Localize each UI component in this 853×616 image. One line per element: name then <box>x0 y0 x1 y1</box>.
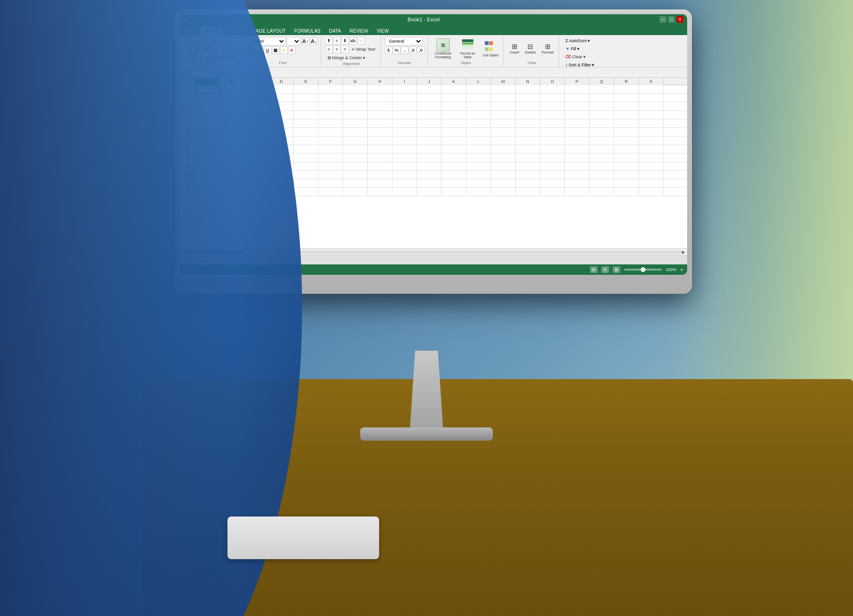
cell-Q12[interactable] <box>590 179 614 188</box>
col-header-e[interactable]: E <box>294 78 318 85</box>
cell-H6[interactable] <box>368 128 392 136</box>
cell-F1[interactable] <box>318 85 343 94</box>
zoom-in-btn[interactable]: + <box>681 267 683 272</box>
cell-F11[interactable] <box>318 171 343 179</box>
col-header-i[interactable]: I <box>392 78 417 85</box>
cell-P4[interactable] <box>565 111 590 119</box>
cell-N5[interactable] <box>516 119 540 128</box>
cell-N11[interactable] <box>516 171 540 179</box>
cell-O5[interactable] <box>540 119 565 128</box>
cell-K11[interactable] <box>442 171 466 179</box>
cell-M9[interactable] <box>491 154 516 162</box>
cell-J1[interactable] <box>417 85 442 94</box>
cell-G10[interactable] <box>343 162 368 171</box>
format-as-table-button[interactable]: Format as Table <box>456 37 479 60</box>
cell-S1[interactable] <box>639 85 663 94</box>
cell-E1[interactable] <box>294 85 318 94</box>
cell-I10[interactable] <box>392 162 417 171</box>
align-top-button[interactable]: ⬆ <box>325 37 333 45</box>
col-header-g[interactable]: G <box>343 78 368 85</box>
cell-M3[interactable] <box>491 102 516 111</box>
cell-F3[interactable] <box>318 102 343 111</box>
cell-S8[interactable] <box>639 145 663 154</box>
cell-I9[interactable] <box>392 154 417 162</box>
col-header-m[interactable]: M <box>491 78 516 85</box>
cell-L11[interactable] <box>466 171 491 179</box>
cell-E10[interactable] <box>294 162 318 171</box>
cell-G9[interactable] <box>343 154 368 162</box>
formula-input[interactable] <box>228 70 684 75</box>
cell-M11[interactable] <box>491 171 516 179</box>
cell-G5[interactable] <box>343 119 368 128</box>
cell-Q9[interactable] <box>590 154 614 162</box>
cell-M6[interactable] <box>491 128 516 136</box>
cell-K2[interactable] <box>442 94 466 102</box>
cell-F4[interactable] <box>318 111 343 119</box>
cell-I2[interactable] <box>392 94 417 102</box>
cell-O6[interactable] <box>540 128 565 136</box>
cell-F9[interactable] <box>318 154 343 162</box>
close-button[interactable]: ✕ <box>677 16 683 23</box>
cell-M8[interactable] <box>491 145 516 154</box>
scroll-right-btn[interactable]: ▶ <box>682 250 685 254</box>
cell-S11[interactable] <box>639 171 663 179</box>
shrink-font-button[interactable]: A↓ <box>310 37 318 45</box>
increase-decimal-button[interactable]: .0 <box>409 46 417 54</box>
cell-I7[interactable] <box>392 136 417 145</box>
cell-L4[interactable] <box>466 111 491 119</box>
col-header-r[interactable]: R <box>614 78 639 85</box>
page-layout-view-button[interactable]: ⊟ <box>601 266 609 273</box>
font-size-select[interactable]: 11 <box>287 37 301 45</box>
cell-K7[interactable] <box>442 136 466 145</box>
cell-E7[interactable] <box>294 136 318 145</box>
cell-E4[interactable] <box>294 111 318 119</box>
cell-M1[interactable] <box>491 85 516 94</box>
cell-J5[interactable] <box>417 119 442 128</box>
cell-R10[interactable] <box>614 162 639 171</box>
cell-S5[interactable] <box>639 119 663 128</box>
cell-H1[interactable] <box>368 85 392 94</box>
cell-F10[interactable] <box>318 162 343 171</box>
cell-P8[interactable] <box>565 145 590 154</box>
cell-F8[interactable] <box>318 145 343 154</box>
cell-J4[interactable] <box>417 111 442 119</box>
cell-H10[interactable] <box>368 162 392 171</box>
cell-S13[interactable] <box>639 188 663 196</box>
cell-S6[interactable] <box>639 128 663 136</box>
cell-Q3[interactable] <box>590 102 614 111</box>
cell-E6[interactable] <box>294 128 318 136</box>
cell-Q8[interactable] <box>590 145 614 154</box>
cell-K12[interactable] <box>442 179 466 188</box>
fill-button[interactable]: ▼ Fill ▾ <box>563 45 581 53</box>
cell-P11[interactable] <box>565 171 590 179</box>
cell-S3[interactable] <box>639 102 663 111</box>
cell-O12[interactable] <box>540 179 565 188</box>
cell-O9[interactable] <box>540 154 565 162</box>
cell-Q2[interactable] <box>590 94 614 102</box>
cell-Q1[interactable] <box>590 85 614 94</box>
cell-F6[interactable] <box>318 128 343 136</box>
cell-P13[interactable] <box>565 188 590 196</box>
cell-K3[interactable] <box>442 102 466 111</box>
cell-N6[interactable] <box>516 128 540 136</box>
cell-N10[interactable] <box>516 162 540 171</box>
insert-button[interactable]: ⊞ Insert <box>508 42 522 56</box>
cell-I11[interactable] <box>392 171 417 179</box>
cell-H3[interactable] <box>368 102 392 111</box>
cell-E9[interactable] <box>294 154 318 162</box>
zoom-slider[interactable] <box>624 269 662 271</box>
cell-L12[interactable] <box>466 179 491 188</box>
sort-filter-button[interactable]: ↕ Sort & Filter ▾ <box>563 61 597 67</box>
number-format-select[interactable]: General <box>385 37 423 45</box>
cell-G6[interactable] <box>343 128 368 136</box>
col-header-q[interactable]: Q <box>590 78 614 85</box>
cell-P2[interactable] <box>565 94 590 102</box>
cell-H13[interactable] <box>368 188 392 196</box>
cell-E3[interactable] <box>294 102 318 111</box>
cell-J2[interactable] <box>417 94 442 102</box>
cell-G8[interactable] <box>343 145 368 154</box>
cell-Q5[interactable] <box>590 119 614 128</box>
cell-G2[interactable] <box>343 94 368 102</box>
cell-L9[interactable] <box>466 154 491 162</box>
cell-N1[interactable] <box>516 85 540 94</box>
